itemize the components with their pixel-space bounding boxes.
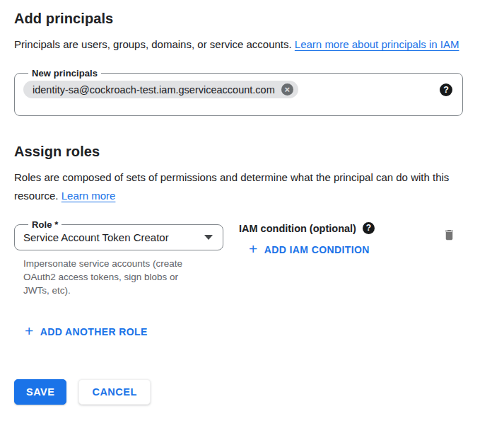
principal-chip-value: identity-sa@cockroach-test.iam.gservicea… — [33, 84, 275, 96]
iam-condition-label-row: IAM condition (optional) ? — [239, 222, 443, 234]
iam-condition-label: IAM condition (optional) — [239, 223, 356, 234]
iam-condition-column: IAM condition (optional) ? + ADD IAM CON… — [239, 219, 443, 258]
learn-more-principals-link[interactable]: Learn more about principals in IAM — [295, 38, 459, 50]
assign-roles-title: Assign roles — [14, 143, 490, 160]
assign-roles-description: Roles are composed of sets of permission… — [14, 168, 474, 205]
iam-condition-help-icon[interactable]: ? — [363, 222, 375, 234]
plus-icon: + — [25, 325, 34, 337]
principal-chip[interactable]: identity-sa@cockroach-test.iam.gservicea… — [23, 81, 298, 98]
cancel-button[interactable]: CANCEL — [78, 379, 150, 405]
role-column: Role * Service Account Token Creator Imp… — [14, 219, 223, 297]
add-another-role-label: ADD ANOTHER ROLE — [40, 326, 148, 337]
trash-icon — [443, 228, 456, 242]
role-label: Role * — [28, 219, 61, 230]
new-principals-content: identity-sa@cockroach-test.iam.gservicea… — [23, 81, 452, 98]
chevron-down-icon — [204, 235, 213, 240]
new-principals-help-icon[interactable]: ? — [440, 83, 452, 96]
role-value-row: Service Account Token Creator — [23, 231, 214, 243]
save-button[interactable]: SAVE — [14, 379, 66, 405]
chip-remove-icon[interactable]: × — [281, 83, 293, 96]
add-principals-panel: Add principals Principals are users, gro… — [0, 0, 504, 405]
learn-more-roles-link[interactable]: Learn more — [61, 190, 116, 202]
delete-role-column — [443, 219, 477, 245]
add-principals-description-text: Principals are users, groups, domains, o… — [14, 38, 295, 50]
add-another-role-button[interactable]: + ADD ANOTHER ROLE — [25, 325, 148, 338]
plus-icon: + — [249, 243, 258, 255]
footer-actions: SAVE CANCEL — [14, 379, 490, 405]
add-iam-condition-label: ADD IAM CONDITION — [264, 244, 370, 255]
add-iam-condition-button[interactable]: + ADD IAM CONDITION — [249, 243, 370, 256]
role-select[interactable]: Role * Service Account Token Creator — [14, 219, 223, 250]
role-row: Role * Service Account Token Creator Imp… — [14, 219, 477, 297]
new-principals-label: New principals — [28, 68, 101, 79]
add-principals-title: Add principals — [14, 10, 490, 27]
add-principals-description: Principals are users, groups, domains, o… — [14, 35, 474, 54]
new-principals-field[interactable]: New principals identity-sa@cockroach-tes… — [14, 68, 463, 116]
role-helper-text: Impersonate service accounts (create OAu… — [23, 257, 206, 297]
delete-role-button[interactable] — [443, 228, 456, 244]
role-selected-value: Service Account Token Creator — [23, 231, 169, 243]
